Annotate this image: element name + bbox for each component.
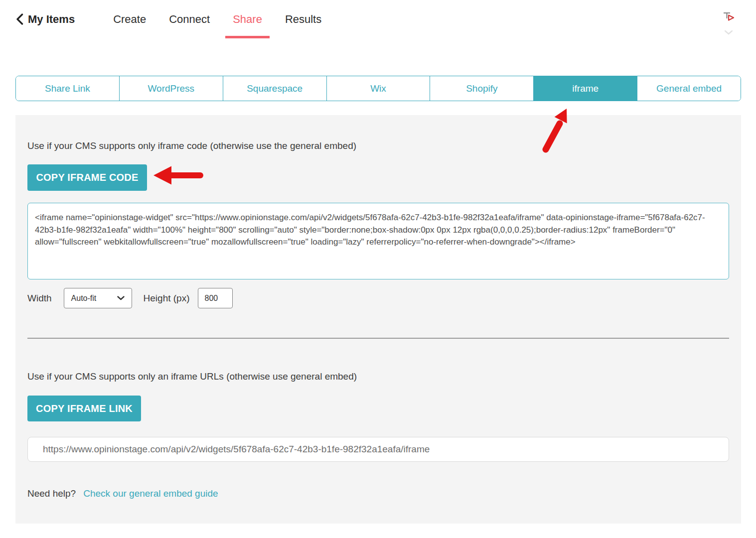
tab-squarespace[interactable]: Squarespace — [223, 76, 326, 101]
width-select[interactable]: Auto-fit — [64, 288, 132, 308]
nav-item-results[interactable]: Results — [278, 0, 329, 38]
text-pointer-icon[interactable] — [722, 10, 735, 23]
size-controls-row: Width Auto-fit Height (px) — [27, 288, 729, 308]
top-navigation-bar: My Items Create Connect Share Results — [0, 0, 756, 38]
red-arrow-left-icon — [153, 165, 204, 185]
iframe-link-instruction: Use if your CMS supports only an iframe … — [27, 371, 729, 382]
tab-share-link[interactable]: Share Link — [16, 76, 119, 101]
height-label: Height (px) — [144, 293, 190, 304]
tab-wordpress[interactable]: WordPress — [119, 76, 223, 101]
nav-item-connect[interactable]: Connect — [161, 0, 217, 38]
height-input[interactable] — [198, 288, 233, 308]
iframe-share-panel: Use if your CMS supports only iframe cod… — [15, 115, 741, 524]
chevron-left-icon — [16, 13, 23, 25]
red-arrow-up-right-icon — [540, 106, 575, 155]
share-destination-tabs: Share Link WordPress Squarespace Wix Sho… — [15, 76, 741, 101]
copy-iframe-code-button[interactable]: COPY IFRAME CODE — [27, 164, 147, 191]
help-row: Need help? Check our general embed guide — [27, 488, 729, 499]
iframe-code-instruction: Use if your CMS supports only iframe cod… — [27, 140, 729, 151]
back-label: My Items — [28, 13, 75, 26]
tab-iframe[interactable]: iframe — [533, 76, 637, 101]
need-help-text: Need help? — [27, 488, 76, 499]
section-divider — [27, 338, 729, 339]
iframe-code-textarea[interactable]: <iframe name="opinionstage-widget" src="… — [27, 203, 729, 279]
tab-wix[interactable]: Wix — [326, 76, 430, 101]
chevron-down-hint-icon — [725, 30, 733, 35]
copy-iframe-link-button[interactable]: COPY IFRAME LINK — [27, 396, 141, 421]
general-embed-guide-link[interactable]: Check our general embed guide — [83, 488, 218, 499]
primary-nav: Create Connect Share Results — [98, 0, 329, 38]
iframe-url-input[interactable] — [27, 437, 729, 462]
width-select-value: Auto-fit — [71, 294, 97, 303]
nav-item-create[interactable]: Create — [106, 0, 153, 38]
tab-general-embed[interactable]: General embed — [637, 76, 741, 101]
width-label: Width — [27, 293, 52, 304]
tab-shopify[interactable]: Shopify — [430, 76, 533, 101]
nav-item-share[interactable]: Share — [225, 0, 270, 38]
back-to-my-items-button[interactable]: My Items — [16, 0, 75, 38]
chevron-down-icon — [117, 296, 125, 300]
